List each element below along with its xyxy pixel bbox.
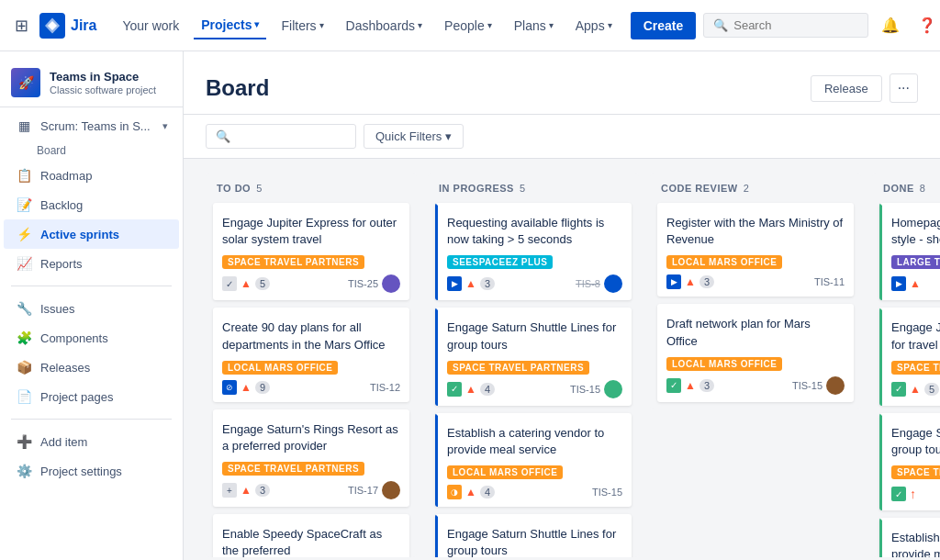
card-title: Establish a catering vendor to provide m… [891, 530, 940, 557]
card-ip-4[interactable]: Engage Saturn Shuttle Lines for group to… [435, 514, 632, 557]
priority-icon: ▲ [465, 277, 476, 290]
board-title: Board [206, 75, 269, 101]
card-todo-3[interactable]: Engage Saturn's Rings Resort as a prefer… [213, 409, 409, 507]
components-icon: 🧩 [15, 330, 33, 345]
people-chevron: ▾ [487, 20, 492, 30]
project-settings-label: Project settings [40, 465, 122, 478]
nav-apps[interactable]: Apps ▾ [568, 13, 620, 39]
quick-filters-bar: 🔍 Quick Filters ▾ [184, 115, 940, 159]
card-done-1[interactable]: Homepage footer uses an inline style - s… [879, 203, 940, 300]
card-tag: SPACE TRAVEL PARTNERS [222, 462, 364, 476]
sidebar-item-releases[interactable]: 📦 Releases [4, 353, 179, 382]
story-points: 9 [255, 381, 270, 394]
card-done-3[interactable]: Engage Saturn Shuttle Lines for group to… [879, 413, 940, 510]
sidebar-item-components[interactable]: 🧩 Components [4, 323, 179, 353]
board-header: Board Release ··· [184, 51, 940, 115]
project-name: Teams in Space [50, 70, 172, 85]
card-meta-right: TIS-8 [576, 274, 622, 293]
apps-chevron: ▾ [608, 20, 612, 30]
topnav-right: 🔍 🔔 ❓ ⚙️ [703, 11, 940, 40]
issues-label: Issues [40, 302, 75, 316]
sidebar-item-active-sprints[interactable]: ⚡ Active sprints [4, 219, 179, 249]
card-done-4[interactable]: Establish a catering vendor to provide m… [879, 518, 940, 557]
sidebar-item-reports[interactable]: 📈 Reports [4, 249, 179, 278]
sidebar-project: 🚀 Teams in Space Classic software projec… [0, 59, 183, 107]
card-title: Establish a catering vendor to provide m… [447, 425, 622, 458]
card-meta-right: TIS-11 [814, 276, 845, 287]
sidebar-item-add[interactable]: ➕ Add item [4, 427, 179, 456]
add-icon: ➕ [15, 434, 33, 449]
sidebar-item-issues[interactable]: 🔧 Issues [4, 294, 179, 323]
card-meta: ✓ ▲ 5 TIS-23 [891, 380, 940, 398]
card-meta-right: TIS-15 [570, 380, 622, 398]
nav-projects[interactable]: Projects ▾ [194, 12, 266, 39]
ticket-num: TIS-25 [348, 278, 378, 289]
search-input[interactable] [733, 18, 858, 32]
card-ip-1[interactable]: Requesting available flights is now taki… [435, 203, 632, 300]
help-button[interactable]: ❓ [912, 11, 940, 40]
sidebar-item-project-pages[interactable]: 📄 Project pages [4, 382, 179, 411]
jira-logo-icon [39, 13, 65, 39]
story-points: 3 [480, 277, 495, 290]
card-cr-2[interactable]: Draft network plan for Mars Office LOCAL… [657, 304, 854, 401]
reports-icon: 📈 [15, 256, 33, 271]
add-item-label: Add item [40, 435, 87, 449]
more-options-button[interactable]: ··· [890, 73, 918, 103]
priority-icon: ▲ [910, 277, 921, 290]
story-points: 4 [480, 383, 495, 396]
card-meta: ▶ ▲ 3 TIS-11 [666, 274, 845, 289]
assignee-avatar [826, 376, 845, 395]
nav-your-work[interactable]: Your work [115, 13, 186, 39]
card-tag: SEESPACEEZ PLUS [447, 255, 553, 269]
card-todo-1[interactable]: Engage Jupiter Express for outer solar s… [213, 203, 409, 300]
card-meta: + ▲ 3 TIS-17 [222, 481, 400, 499]
status-icon: ✓ [891, 382, 906, 397]
sidebar-item-backlog[interactable]: 📝 Backlog [4, 190, 179, 219]
sidebar-board-sub[interactable]: Board [0, 140, 183, 161]
roadmap-label: Roadmap [40, 169, 92, 183]
app-layout: 🚀 Teams in Space Classic software projec… [0, 51, 940, 560]
story-points: 4 [480, 486, 495, 498]
releases-label: Releases [40, 361, 90, 375]
card-meta: ◑ ▲ 4 TIS-15 [447, 485, 622, 499]
sidebar-item-scrum[interactable]: ▦ Scrum: Teams in S... ▾ [4, 111, 179, 140]
col-title-inprogress: IN PROGRESS [439, 183, 514, 194]
scrum-label: Scrum: Teams in S... [40, 119, 151, 133]
card-title: Homepage footer uses an inline style - s… [891, 215, 940, 248]
column-done: DONE 8 Homepage footer uses an inline st… [872, 174, 940, 557]
release-button[interactable]: Release [811, 75, 882, 102]
column-todo: TO DO 5 Engage Jupiter Express for outer… [206, 174, 417, 557]
story-points: 5 [255, 277, 270, 290]
card-ip-2[interactable]: Engage Saturn Shuttle Lines for group to… [435, 308, 632, 405]
card-todo-2[interactable]: Create 90 day plans for all departments … [213, 308, 409, 401]
card-cr-1[interactable]: Register with the Mars Ministry of Reven… [657, 203, 854, 297]
quick-filters-button[interactable]: Quick Filters ▾ [364, 124, 464, 149]
notifications-button[interactable]: 🔔 [876, 11, 905, 40]
col-cards-todo: Engage Jupiter Express for outer solar s… [206, 199, 417, 557]
ticket-num: TIS-15 [592, 487, 622, 498]
create-button[interactable]: Create [631, 12, 697, 39]
sidebar-item-roadmap[interactable]: 📋 Roadmap [4, 161, 179, 190]
status-icon: + [222, 483, 237, 498]
board-search-box[interactable]: 🔍 [206, 124, 356, 149]
nav-filters[interactable]: Filters ▾ [274, 13, 330, 39]
col-header-todo: TO DO 5 [206, 174, 417, 199]
card-todo-4[interactable]: Enable Speedy SpaceCraft as the preferre… [213, 514, 409, 557]
logo[interactable]: Jira [39, 13, 96, 39]
sidebar-item-settings[interactable]: ⚙️ Project settings [4, 456, 179, 486]
sidebar: 🚀 Teams in Space Classic software projec… [0, 51, 184, 560]
card-done-2[interactable]: Engage JetShuttle SpaceWays for travel S… [879, 308, 940, 405]
grid-icon[interactable]: ⊞ [15, 16, 28, 36]
nav-dashboards[interactable]: Dashboards ▾ [339, 13, 431, 39]
card-ip-3[interactable]: Establish a catering vendor to provide m… [435, 413, 632, 507]
ticket-num: TIS-8 [576, 278, 600, 289]
board-search-input[interactable] [236, 129, 346, 143]
search-box[interactable]: 🔍 [703, 13, 868, 38]
logo-text: Jira [71, 17, 96, 34]
nav-people[interactable]: People ▾ [437, 13, 499, 39]
settings-sidebar-icon: ⚙️ [15, 464, 33, 478]
card-meta-right: TIS-25 [348, 274, 400, 293]
plans-chevron: ▾ [549, 20, 554, 30]
board-search-icon: 🔍 [216, 129, 230, 143]
nav-plans[interactable]: Plans ▾ [507, 13, 561, 39]
